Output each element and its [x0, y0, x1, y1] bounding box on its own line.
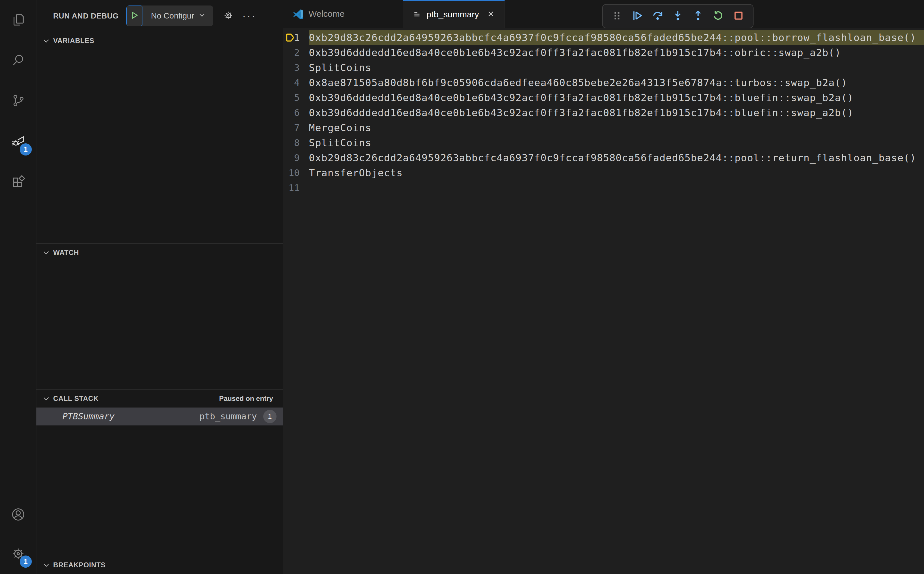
account-icon [11, 507, 26, 523]
variables-label: VARIABLES [53, 37, 94, 45]
code-text[interactable]: 0xb39d6dddedd16ed8a40ce0b1e6b43c92acf0ff… [309, 105, 924, 120]
step-over-button[interactable] [649, 7, 667, 25]
line-number: 1 [294, 30, 300, 45]
activity-item-run-and-debug[interactable]: 1 [0, 121, 36, 162]
variables-section-header[interactable]: VARIABLES [36, 32, 283, 50]
code-text[interactable]: 0x8ae871505a80d8bf6bf9c05906cda6edfeea46… [309, 75, 924, 90]
editor-gutter[interactable]: 11 [283, 180, 309, 196]
step-out-button[interactable] [689, 7, 707, 25]
debug-badge: 1 [20, 144, 32, 156]
editor-gutter[interactable]: 5 [283, 90, 309, 105]
activity-bar-top: 1 [0, 0, 36, 202]
line-number: 3 [294, 60, 300, 75]
activity-item-account[interactable] [0, 495, 36, 535]
editor-gutter[interactable]: 6 [283, 105, 309, 120]
code-text[interactable]: 0xb29d83c26cdd2a64959263abbcfc4a6937f0c9… [309, 150, 924, 165]
line-number: 4 [294, 75, 300, 90]
code-text[interactable]: 0xb39d6dddedd16ed8a40ce0b1e6b43c92acf0ff… [309, 90, 924, 105]
frame-badge: 1 [263, 410, 277, 423]
editor-gutter[interactable]: 8 [283, 135, 309, 150]
tab-welcome[interactable]: Welcome [283, 0, 403, 28]
debug-configuration-dropdown[interactable]: No Configur [142, 5, 213, 26]
chevron-down-icon [198, 11, 206, 21]
settings-badge: 1 [20, 555, 32, 568]
sidebar-header: RUN AND DEBUG No Configur [36, 0, 283, 32]
breakpoints-section: BREAKPOINTS [36, 556, 283, 574]
line-number: 11 [288, 180, 300, 196]
line-number: 6 [294, 105, 300, 120]
source-control-icon [11, 93, 26, 109]
vscode-logo-icon [293, 9, 303, 19]
run-and-debug-sidebar: RUN AND DEBUG No Configur [36, 0, 283, 574]
continue-icon [631, 9, 644, 23]
more-actions-icon: ··· [242, 9, 256, 22]
code-line[interactable]: 2 0xb39d6dddedd16ed8a40ce0b1e6b43c92acf0… [283, 45, 924, 60]
code-line[interactable]: 1 0xb29d83c26cdd2a64959263abbcfc4a6937f0… [283, 30, 924, 45]
call-stack-frame-row[interactable]: PTBSummary ptb_summary 1 [36, 407, 283, 426]
breakpoints-section-header[interactable]: BREAKPOINTS [36, 556, 283, 574]
editor-gutter[interactable]: 7 [283, 120, 309, 135]
continue-button[interactable] [628, 7, 647, 25]
activity-bar: 1 1 [0, 0, 36, 574]
chevron-down-icon [42, 394, 50, 403]
files-icon [11, 12, 26, 28]
code-line[interactable]: 9 0xb29d83c26cdd2a64959263abbcfc4a6937f0… [283, 150, 924, 165]
frame-source: ptb_summary [199, 411, 257, 421]
toolbar-drag-handle[interactable] [608, 7, 626, 25]
code-line[interactable]: 11 [283, 180, 924, 196]
call-stack-label: CALL STACK [53, 394, 99, 403]
line-number: 8 [294, 135, 300, 150]
debug-configuration-label: No Configur [151, 11, 194, 20]
code-text[interactable]: SplitCoins [309, 60, 924, 75]
code-text[interactable]: SplitCoins [309, 135, 924, 150]
code-line[interactable]: 3 SplitCoins [283, 60, 924, 75]
stop-button[interactable] [729, 7, 748, 25]
editor-gutter[interactable]: 2 [283, 45, 309, 60]
editor-gutter[interactable]: 1 [283, 30, 309, 45]
restart-button[interactable] [709, 7, 727, 25]
line-number: 7 [294, 120, 300, 135]
stop-icon [732, 9, 745, 23]
variables-section: VARIABLES [36, 32, 283, 243]
code-line[interactable]: 7 MergeCoins [283, 120, 924, 135]
editor-gutter[interactable]: 3 [283, 60, 309, 75]
code-line[interactable]: 6 0xb39d6dddedd16ed8a40ce0b1e6b43c92acf0… [283, 105, 924, 120]
call-stack-section-header[interactable]: CALL STACK Paused on entry [36, 390, 283, 407]
code-text[interactable]: 0xb29d83c26cdd2a64959263abbcfc4a6937f0c9… [309, 30, 924, 45]
activity-item-settings[interactable]: 1 [0, 535, 36, 574]
watch-section-header[interactable]: WATCH [36, 244, 283, 262]
code-text[interactable] [309, 180, 924, 196]
tab-label: ptb_summary [427, 9, 479, 19]
code-line[interactable]: 10 TransferObjects [283, 165, 924, 180]
step-into-button[interactable] [669, 7, 687, 25]
tab-ptb-summary[interactable]: ptb_summary [403, 0, 505, 28]
close-tab-button[interactable] [486, 9, 495, 19]
code-text[interactable]: TransferObjects [309, 165, 924, 180]
more-actions-button[interactable]: ··· [242, 13, 256, 19]
vscode-window: 1 1 RUN AND DEB [0, 0, 924, 574]
activity-item-extensions[interactable] [0, 162, 36, 202]
sidebar-title: RUN AND DEBUG [53, 11, 119, 20]
tab-label: Welcome [309, 9, 345, 19]
editor-gutter[interactable]: 10 [283, 165, 309, 180]
code-text[interactable]: 0xb39d6dddedd16ed8a40ce0b1e6b43c92acf0ff… [309, 45, 924, 60]
activity-item-source-control[interactable] [0, 81, 36, 121]
line-number: 5 [294, 90, 300, 105]
close-icon [486, 9, 495, 19]
line-number: 2 [294, 45, 300, 60]
debug-settings-button[interactable] [223, 10, 233, 22]
activity-item-explorer[interactable] [0, 0, 36, 41]
editor-gutter[interactable]: 9 [283, 150, 309, 165]
code-text[interactable]: MergeCoins [309, 120, 924, 135]
code-line[interactable]: 4 0x8ae871505a80d8bf6bf9c05906cda6edfeea… [283, 75, 924, 90]
chevron-down-icon [42, 249, 50, 257]
run-config-group: No Configur [126, 5, 213, 26]
code-line[interactable]: 5 0xb39d6dddedd16ed8a40ce0b1e6b43c92acf0… [283, 90, 924, 105]
code-editor[interactable]: 1 0xb29d83c26cdd2a64959263abbcfc4a6937f0… [283, 28, 924, 574]
frame-name: PTBSummary [62, 411, 115, 421]
activity-bar-spacer [0, 202, 36, 495]
editor-gutter[interactable]: 4 [283, 75, 309, 90]
start-debugging-button[interactable] [126, 5, 142, 26]
activity-item-search[interactable] [0, 41, 36, 81]
code-line[interactable]: 8 SplitCoins [283, 135, 924, 150]
